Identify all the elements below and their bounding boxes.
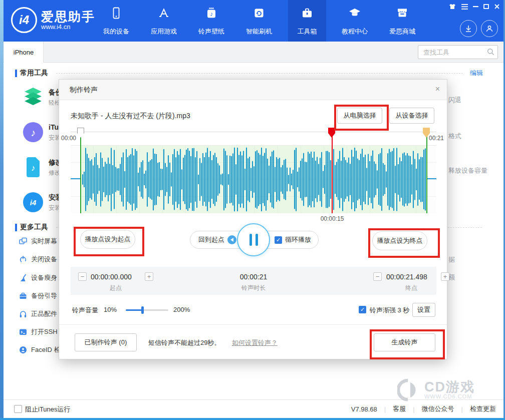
appstore-icon — [157, 7, 170, 20]
tool-install[interactable]: i4 安装 安装 — [23, 192, 44, 215]
headphone-icon — [19, 310, 27, 318]
download-center-icon[interactable] — [460, 20, 477, 37]
refresh-icon — [252, 7, 266, 20]
section-common-tools: 常用工具 — [20, 69, 48, 78]
end-boundary-line — [426, 134, 427, 213]
more-item-label: 备份引导 — [31, 291, 57, 300]
more-item-label: 实时屏幕 — [31, 237, 57, 246]
end-minus-stepper[interactable]: − — [373, 272, 382, 281]
fade-settings-button[interactable]: 设置 — [412, 303, 435, 317]
tool-search-box — [418, 45, 498, 59]
back-to-start-label: 回到起点 — [198, 235, 224, 244]
select-from-pc-button[interactable]: 从电脑选择 — [337, 108, 382, 124]
pause-button[interactable] — [237, 223, 270, 256]
app-window: i4 爱思助手 www.i4.cn 我的设备 应用游戏 ♪ 铃声壁纸 智能刷机 … — [0, 0, 505, 420]
generate-ringtone-button[interactable]: 生成铃声 — [374, 333, 435, 351]
made-ringtones-button[interactable]: 已制作铃声 (0) — [75, 333, 137, 351]
support-link[interactable]: 客服 — [393, 404, 406, 413]
sms-ringtone-notice: 短信铃声不能超过29秒。 — [148, 338, 220, 347]
loop-play-checkbox[interactable]: ✓ — [275, 236, 282, 244]
nav-ringtones-wallpapers[interactable]: ♪ 铃声壁纸 — [192, 0, 230, 42]
nav-tutorials[interactable]: 教程中心 — [336, 0, 374, 42]
edit-link[interactable]: 编辑 — [470, 69, 483, 78]
set-start-point-button[interactable]: 播放点设为起点 — [80, 230, 135, 249]
logo-url: www.i4.cn — [41, 23, 95, 31]
nav-store[interactable]: 爱思商城 — [383, 0, 421, 42]
clipped-text: 据 — [448, 255, 455, 264]
screens-icon — [19, 237, 27, 245]
nav-toolbox[interactable]: 工具箱 — [288, 0, 326, 42]
more-live-screen[interactable]: 实时屏幕 — [19, 237, 57, 246]
user-account-icon[interactable] — [481, 20, 498, 37]
pause-icon — [249, 234, 252, 246]
search-icon[interactable] — [487, 48, 494, 58]
window-frame-left — [0, 0, 4, 420]
power-icon — [19, 255, 27, 263]
maximize-icon[interactable] — [481, 3, 490, 11]
menu-list-icon[interactable] — [460, 3, 469, 11]
timeline-ruler[interactable] — [71, 132, 436, 146]
more-power-off[interactable]: 关闭设备 — [19, 255, 57, 264]
broom-icon — [19, 274, 27, 282]
more-genuine-accessory[interactable]: 正品配件 — [19, 309, 57, 318]
more-item-label: FaceID 检 — [31, 345, 61, 354]
music-folder-icon: ♪ — [205, 7, 218, 20]
skin-theme-icon[interactable] — [448, 3, 457, 11]
ringtone-maker-dialog: 制作铃声 × 未知歌手 - 人生没有过不去 (片段).mp3 从电脑选择 从设备… — [59, 79, 447, 359]
dialog-close-icon[interactable]: × — [435, 85, 440, 94]
more-faceid-check[interactable]: FaceID 检 — [19, 345, 61, 354]
center-line-right — [427, 178, 436, 179]
playhead-time-label: 00:00:15 — [312, 215, 352, 222]
backup-layers-icon — [23, 101, 44, 109]
volume-slider-thumb[interactable] — [141, 306, 144, 314]
toolbox-icon — [301, 7, 314, 20]
nav-label: 我的设备 — [97, 27, 135, 36]
terminal-icon — [19, 328, 27, 336]
nav-my-devices[interactable]: 我的设备 — [97, 0, 135, 42]
end-time-value: 00:00:21.498 — [386, 273, 427, 281]
phone-icon — [110, 7, 123, 20]
trim-values-bar: − 00:00:00.000 + 起点 00:00:21 铃声时长 − 00:0… — [71, 267, 436, 295]
how-to-set-ringtone-link[interactable]: 如何设置铃声？ — [232, 338, 278, 347]
music-file-icon: ♪ — [23, 171, 44, 179]
volume-min-label: 10% — [104, 306, 117, 313]
section-divider — [56, 73, 463, 74]
audio-filename: 未知歌手 - 人生没有过不去 (片段).mp3 — [71, 112, 190, 121]
minimize-icon[interactable] — [471, 3, 480, 11]
app-logo[interactable]: i4 爱思助手 www.i4.cn — [11, 7, 95, 33]
block-itunes-checkbox[interactable] — [14, 405, 22, 413]
dialog-title: 制作铃声 — [70, 86, 98, 95]
nav-smart-flash[interactable]: 智能刷机 — [240, 0, 278, 42]
more-item-label: 设备瘦身 — [31, 273, 57, 282]
tool-backup[interactable]: 备份 轻松 — [23, 87, 44, 110]
fade-in-label: 铃声渐强 3 秒 — [370, 306, 409, 315]
svg-text:♪: ♪ — [31, 163, 36, 173]
close-window-icon[interactable] — [492, 3, 501, 11]
more-backup-guide[interactable]: 备份引导 — [19, 291, 57, 300]
clipped-text: 格式 — [448, 132, 461, 141]
end-plus-stepper[interactable]: + — [441, 272, 449, 281]
more-open-ssh[interactable]: 打开SSH — [19, 327, 58, 336]
tool-search-input[interactable] — [422, 46, 484, 58]
svg-text:♪: ♪ — [210, 11, 213, 18]
block-itunes-label: 阻止iTunes运行 — [25, 405, 71, 414]
more-device-slim[interactable]: 设备瘦身 — [19, 273, 57, 282]
faceid-icon — [19, 346, 27, 354]
tool-itunes[interactable]: ♪ iTun 安装 — [23, 122, 44, 145]
check-update-link[interactable]: 检查更新 — [470, 404, 496, 413]
clipped-text: 释放设备容量 — [448, 166, 487, 175]
nav-apps-games[interactable]: 应用游戏 — [145, 0, 183, 42]
tool-modify-ringtone[interactable]: ♪ 修改 修改 — [23, 157, 44, 180]
loop-play-label: 循环播放 — [285, 235, 311, 244]
wechat-link[interactable]: 微信公众号 — [422, 404, 454, 413]
set-end-point-button[interactable]: 播放点设为终点 — [372, 231, 427, 250]
section-accent-bar — [15, 70, 17, 77]
nav-label: 教程中心 — [336, 27, 374, 36]
back-arrow-icon — [227, 235, 236, 244]
select-from-device-button[interactable]: 从设备选择 — [389, 108, 434, 124]
fade-in-checkbox[interactable]: ✓ — [359, 306, 366, 313]
briefcase-icon — [19, 292, 27, 300]
tab-iphone[interactable]: iPhone — [4, 42, 44, 63]
waveform-area[interactable] — [71, 146, 436, 213]
i4-logo-icon: i4 — [11, 7, 37, 33]
